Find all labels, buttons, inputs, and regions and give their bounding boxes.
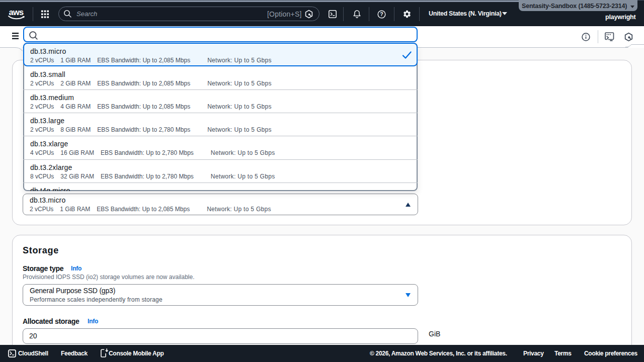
svg-text:?: ? <box>380 11 383 17</box>
svg-text:aws: aws <box>9 9 24 17</box>
